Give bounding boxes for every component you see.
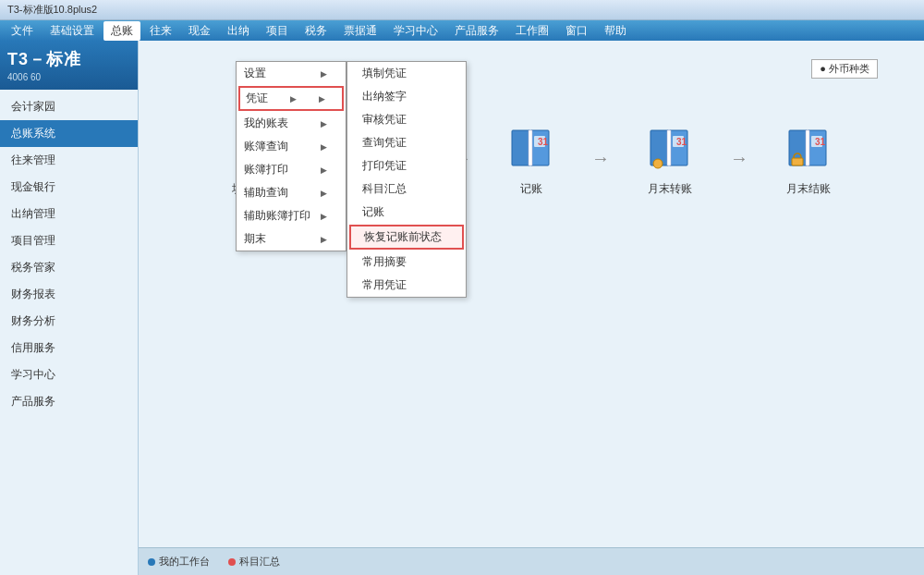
menu-ticket[interactable]: 票据通: [336, 21, 384, 41]
voucher-submenu: 填制凭证 出纳签字 审核凭证 查询凭证 打印凭证 科目汇总 记账: [346, 61, 467, 298]
menu-my-accounts[interactable]: 我的账表: [237, 112, 346, 135]
general-dropdown-menu: 设置 凭证 ▶ 我的账表 账簿查询 账簿打印 辅助查询: [236, 61, 346, 251]
sub-query[interactable]: 查询凭证: [347, 131, 466, 154]
menu-receivable[interactable]: 往来: [142, 21, 179, 41]
dropdown-overlay: 设置 凭证 ▶ 我的账表 账簿查询 账簿打印 辅助查询: [139, 41, 924, 575]
menu-cash[interactable]: 现金: [181, 21, 218, 41]
sidebar-logo: T3－标准 4006 60: [0, 41, 138, 90]
content-area: ● 外币种类: [139, 41, 924, 575]
sidebar-item-credit[interactable]: 信用服务: [0, 335, 138, 361]
menu-window[interactable]: 窗口: [558, 21, 595, 41]
sub-restore[interactable]: 恢复记账前状态: [349, 225, 464, 250]
sidebar-item-analysis[interactable]: 财务分析: [0, 308, 138, 335]
menu-product[interactable]: 产品服务: [447, 21, 506, 41]
menu-period[interactable]: 期末: [237, 227, 346, 251]
menu-bar: 文件 基础设置 总账 往来 现金 出纳 项目 税务 票据通 学习中心 产品服务 …: [0, 20, 924, 41]
menu-project[interactable]: 项目: [259, 21, 296, 41]
menu-learn[interactable]: 学习中心: [386, 21, 445, 41]
sidebar-item-report[interactable]: 财务报表: [0, 281, 138, 308]
sub-print[interactable]: 打印凭证: [347, 154, 466, 177]
sidebar-item-learning[interactable]: 学习中心: [0, 361, 138, 388]
sub-common-voucher[interactable]: 常用凭证: [347, 274, 466, 297]
menu-voucher[interactable]: 凭证 ▶: [238, 86, 344, 111]
menu-output[interactable]: 出纳: [220, 21, 257, 41]
sidebar-section: 会计家园 总账系统 往来管理 现金银行 出纳管理 项目管理 税务管家 财务报表: [0, 90, 138, 419]
menu-tax[interactable]: 税务: [298, 21, 334, 41]
brand-title: T3－标准: [7, 48, 130, 70]
menu-general[interactable]: 总账: [103, 21, 140, 41]
menu-file[interactable]: 文件: [4, 21, 41, 41]
brand-phone: 4006 60: [7, 72, 130, 82]
title-bar: T3-标准版10.8plus2: [0, 0, 924, 20]
sidebar-item-payable[interactable]: 往来管理: [0, 147, 138, 174]
sidebar-item-project[interactable]: 项目管理: [0, 227, 138, 254]
app-title: T3-标准版10.8plus2: [7, 3, 97, 17]
sub-review[interactable]: 审核凭证: [347, 108, 466, 131]
sidebar: T3－标准 4006 60 会计家园 总账系统 往来管理 现金银行 出纳管理: [0, 41, 139, 575]
menu-book-print[interactable]: 账簿打印: [237, 158, 346, 181]
sub-common-summary[interactable]: 常用摘要: [347, 251, 466, 274]
menu-workspace[interactable]: 工作圈: [508, 21, 556, 41]
sub-summary[interactable]: 科目汇总: [347, 177, 466, 201]
sidebar-item-tax[interactable]: 税务管家: [0, 254, 138, 281]
menu-help[interactable]: 帮助: [597, 21, 634, 41]
menu-book-query[interactable]: 账簿查询: [237, 135, 346, 158]
sub-book[interactable]: 记账: [347, 201, 466, 224]
sub-fill[interactable]: 填制凭证: [347, 62, 466, 85]
sidebar-item-accountant[interactable]: 会计家园: [0, 93, 138, 120]
sidebar-item-cashier[interactable]: 出纳管理: [0, 201, 138, 227]
menu-aux-query[interactable]: 辅助查询: [237, 181, 346, 204]
menu-basic[interactable]: 基础设置: [43, 21, 102, 41]
sidebar-item-products[interactable]: 产品服务: [0, 388, 138, 415]
main-layout: T3－标准 4006 60 会计家园 总账系统 往来管理 现金银行 出纳管理: [0, 41, 924, 575]
menu-setting[interactable]: 设置: [237, 62, 346, 85]
menu-aux-print[interactable]: 辅助账簿打印: [237, 204, 346, 227]
sidebar-item-cash-bank[interactable]: 现金银行: [0, 174, 138, 201]
sidebar-item-general-system[interactable]: 总账系统: [0, 120, 138, 147]
sub-cash-sign[interactable]: 出纳签字: [347, 85, 466, 108]
